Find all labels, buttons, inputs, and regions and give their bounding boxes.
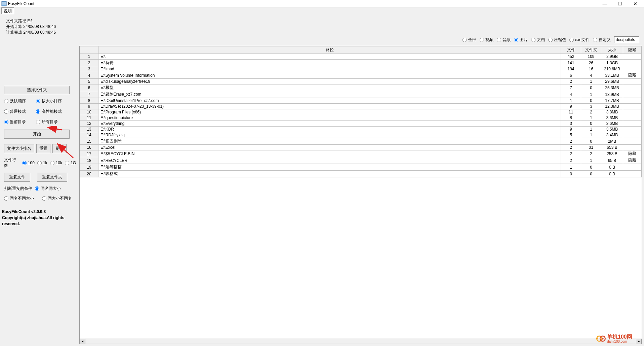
menu-help[interactable]: 说明 — [1, 7, 14, 14]
table-row[interactable]: 5E:\diskusageanalyzerfree192129.6MB — [80, 79, 642, 84]
radio-rows-1k[interactable]: 1k — [37, 161, 47, 165]
col-size[interactable]: 大小 — [601, 46, 623, 54]
rows-label: 文件行数 — [4, 157, 19, 169]
table-row[interactable]: 14E:\RDJfzyxzq513.4MB — [80, 132, 642, 138]
table-row[interactable]: 4E:\System Volume Information6433.1MB隐藏 — [80, 72, 642, 79]
maximize-button[interactable]: ☐ — [612, 0, 628, 7]
footer-text: EasyFileCount v2.0.9.3 Copyright(c) zhuj… — [2, 209, 76, 227]
table-row[interactable]: 1E:\4521092.9GB — [80, 54, 642, 60]
table-row[interactable]: 8E:\IObitUninstaller1Pro_xz7.com1017.7MB — [80, 98, 642, 104]
scroll-left-icon[interactable]: ◄ — [80, 339, 85, 344]
table-row[interactable]: 20E:\哆格式000 B — [80, 171, 642, 177]
svg-rect-9 — [596, 338, 598, 339]
filter-exe[interactable]: exe文件 — [569, 37, 590, 43]
radio-dup-c[interactable]: 同大小不同名 — [42, 196, 72, 201]
refresh-button[interactable]: 刷新 — [52, 144, 67, 153]
table-row[interactable]: 12E:\Everything303.6MB — [80, 121, 642, 127]
radio-rows-100[interactable]: 100 — [22, 161, 35, 165]
dup-folder-button[interactable]: 重复文件夹 — [37, 173, 67, 182]
radio-all-dir[interactable]: 所有目录 — [36, 119, 58, 125]
filter-all[interactable]: 全部 — [462, 37, 476, 43]
filter-custom[interactable]: 自定义 — [593, 37, 611, 43]
select-folder-button[interactable]: 选择文件夹 — [4, 86, 70, 94]
table-row[interactable]: 17E:\$RECYCLE.BIN22258 B隐藏 — [80, 150, 642, 157]
table-row[interactable]: 19E:\远等幅幅100 B — [80, 164, 642, 171]
reset-button[interactable]: 重置 — [36, 144, 50, 153]
table-row[interactable]: 3E:\imad19416219.6MB — [80, 66, 642, 72]
radio-size-order[interactable]: 按大小排序 — [36, 98, 62, 104]
info-path: 文件夹路径 E:\ — [6, 18, 76, 24]
table-row[interactable]: 13E:\KDR913.5MB — [80, 127, 642, 132]
col-hidden[interactable]: 隐藏 — [623, 46, 642, 54]
info-block: 文件夹路径 E:\ 开始计算 24/08/08 08:48:46 计算完成 24… — [6, 18, 76, 35]
watermark-icon — [596, 334, 606, 343]
menubar: 说明 — [0, 7, 644, 14]
table-row[interactable]: 11E:\questionpicture813.6MB — [80, 115, 642, 121]
main-panel: 全部 视频 音频 图片 文档 压缩包 exe文件 自定义 路径 文件 — [79, 16, 642, 344]
minimize-button[interactable]: — — [597, 0, 612, 7]
dup-file-button[interactable]: 重复文件 — [4, 173, 30, 182]
start-button[interactable]: 开始 — [4, 130, 70, 139]
dup-cond-label: 判断重复的条件 — [4, 186, 32, 192]
info-end: 计算完成 24/08/08 08:48:46 — [6, 30, 76, 35]
scroll-track[interactable] — [85, 339, 636, 344]
filter-doc[interactable]: 文档 — [531, 37, 545, 43]
sidebar: 文件夹路径 E:\ 开始计算 24/08/08 08:48:46 计算完成 24… — [2, 16, 76, 344]
radio-rows-10k[interactable]: 10k — [50, 161, 62, 165]
version-text: EasyFileCount v2.0.9.3 — [2, 209, 76, 215]
titlebar: EasyFileCount — ☐ ✕ — [0, 0, 644, 7]
filter-row: 全部 视频 音频 图片 文档 压缩包 exe文件 自定义 — [79, 16, 642, 46]
table-row[interactable]: 2E:\备份141261.3GB — [80, 60, 642, 66]
app-icon — [1, 1, 7, 6]
horizontal-scrollbar[interactable]: ◄ ► — [80, 339, 642, 344]
radio-rows-1g[interactable]: 1G — [65, 161, 76, 165]
svg-rect-8 — [598, 336, 598, 337]
watermark-text: 单机100网danji100.com — [607, 333, 641, 344]
svg-text:单机100网: 单机100网 — [607, 334, 632, 340]
radio-current-dir[interactable]: 当前目录 — [4, 119, 26, 125]
file-table: 路径 文件 文件夹 大小 隐藏 1E:\4521092.9GB2E:\备份141… — [80, 46, 642, 177]
window-title: EasyFileCount — [8, 1, 597, 6]
radio-normal-mode[interactable]: 普通模式 — [4, 109, 26, 114]
col-path[interactable]: 路径 — [98, 46, 561, 54]
table-row[interactable]: 16E:\Excel231653 B — [80, 145, 642, 150]
table-container: 路径 文件 文件夹 大小 隐藏 1E:\4521092.9GB2E:\备份141… — [79, 46, 642, 344]
app-window: EasyFileCount — ☐ ✕ 说明 文件夹路径 E:\ 开始计算 24… — [0, 0, 644, 346]
close-button[interactable]: ✕ — [628, 0, 643, 7]
table-row[interactable]: 10E:\Program Files (x86)1123.8MB — [80, 109, 642, 115]
watermark: 单机100网danji100.com — [596, 333, 641, 344]
filter-archive[interactable]: 压缩包 — [548, 37, 566, 43]
info-start: 开始计算 24/08/08 08:48:46 — [6, 24, 76, 30]
filter-video[interactable]: 视频 — [480, 37, 493, 43]
table-row[interactable]: 7E:\锁除Erase_xz7.com4118.9MB — [80, 91, 642, 98]
filter-custom-input[interactable] — [614, 36, 639, 43]
window-controls: — ☐ ✕ — [597, 0, 643, 7]
table-row[interactable]: 15E:\锁固删除202MB — [80, 138, 642, 145]
svg-text:danji100.com: danji100.com — [607, 340, 627, 343]
col-index[interactable] — [80, 46, 98, 54]
copyright-text: Copyright(c) zhujiahua.All rights reserv… — [2, 215, 76, 227]
radio-dup-b[interactable]: 同名不同大小 — [4, 196, 34, 201]
svg-point-7 — [602, 338, 604, 340]
table-row[interactable]: 6E:\模型7025.3MB — [80, 84, 642, 91]
filter-image[interactable]: 图片 — [514, 37, 528, 43]
col-file[interactable]: 文件 — [561, 46, 581, 54]
file-rank-button[interactable]: 文件大小排名 — [4, 144, 34, 153]
content-area: 文件夹路径 E:\ 开始计算 24/08/08 08:48:46 计算完成 24… — [0, 14, 644, 346]
radio-dup-a[interactable]: 同名同大小 — [35, 186, 61, 192]
col-folder[interactable]: 文件夹 — [581, 46, 601, 54]
table-row[interactable]: 9E:\DrawSet (2024-07-23_13-39-01)9312.3M… — [80, 104, 642, 109]
radio-default-order[interactable]: 默认顺序 — [4, 98, 26, 104]
table-row[interactable]: 18E:\RECYCLER2165 B隐藏 — [80, 157, 642, 164]
radio-high-mode[interactable]: 高性能模式 — [36, 109, 62, 114]
filter-audio[interactable]: 音频 — [497, 37, 511, 43]
